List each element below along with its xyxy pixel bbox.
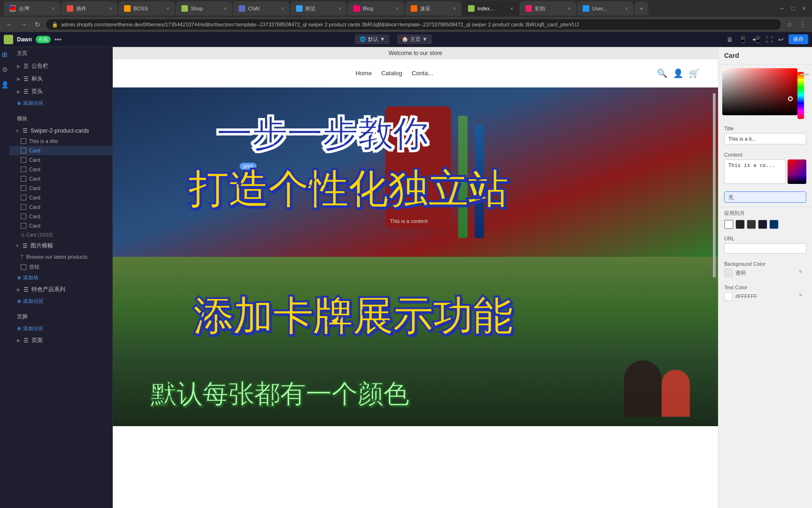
add-footer-btn[interactable]: ⊕ 添加分区 [9, 323, 112, 334]
tablet-icon[interactable]: 📱 [738, 35, 748, 44]
footer-section: 页脚 ⊕ 添加分区 ▶ ☰ 页面 [9, 310, 112, 347]
tab-shop[interactable]: Shop × [176, 1, 232, 16]
block-card-3[interactable]: Card [9, 165, 112, 174]
tab-speed[interactable]: 速采 × [405, 1, 461, 16]
view-default-btn[interactable]: 🌐 默认 ▼ [355, 34, 390, 44]
image-section-header[interactable]: ▼ ☰ 图片横幅 [9, 239, 112, 252]
block-card-6[interactable]: Card [9, 193, 112, 202]
block-card-8[interactable]: Card [9, 212, 112, 221]
reload-button[interactable]: ↻ [32, 19, 43, 30]
save-button[interactable]: 保存 [789, 34, 808, 44]
url-input[interactable] [724, 243, 806, 254]
tab-close[interactable]: × [281, 6, 284, 11]
wu-input[interactable] [724, 191, 806, 203]
settings-button[interactable]: ⋮ [797, 19, 808, 30]
nav-catalog[interactable]: Catalog [381, 70, 402, 77]
block-card-7[interactable]: Card [9, 202, 112, 212]
text-color-picker-btn[interactable]: ✎ [799, 293, 806, 300]
forward-button[interactable]: → [18, 19, 29, 30]
content-textarea[interactable]: This is a co... [724, 159, 786, 184]
nav-home[interactable]: Home [355, 70, 372, 77]
browse-products-item[interactable]: T Browse our latest products [9, 252, 112, 262]
cart-icon[interactable]: 🛒 [689, 68, 699, 79]
tab-user[interactable]: User... × [577, 1, 633, 16]
nav-icon-settings[interactable]: ⚙ [2, 66, 8, 73]
scroll-thumb[interactable] [713, 93, 716, 278]
sidebar-item-header[interactable]: ▶ ☰ 公告栏 [9, 60, 112, 72]
tab-boss[interactable]: BOSS × [118, 1, 175, 16]
default-label: 默认 ▼ [368, 36, 385, 43]
tab-chai[interactable]: ChAI × [233, 1, 289, 16]
pages-item[interactable]: ▶ ☰ 页面 [9, 334, 112, 347]
more-options[interactable]: ••• [55, 36, 62, 43]
color-picker [718, 64, 812, 122]
add-block-btn[interactable]: ⊕ 添加块 [9, 272, 112, 283]
hue-strip[interactable] [797, 72, 804, 119]
swiper-group-header[interactable]: ▼ ☰ Swiper-2-product-cards [9, 125, 112, 136]
tab-favicon [468, 5, 475, 12]
block-card-2[interactable]: Card [9, 155, 112, 165]
tab-extra1[interactable]: 彩拍 × [520, 1, 576, 16]
block-card-1[interactable]: Card [9, 146, 112, 155]
color-circle-handle[interactable] [788, 96, 793, 101]
color-gradient-picker[interactable] [722, 68, 797, 115]
block-title-item[interactable]: This is a title [9, 136, 112, 146]
tab-close[interactable]: × [52, 6, 55, 11]
preset-white[interactable] [724, 220, 734, 229]
search-icon[interactable]: 🔍 [657, 68, 667, 79]
tab-taiwan[interactable]: 🇹🇼 台灣 × [4, 1, 60, 16]
tab-close[interactable]: × [109, 6, 112, 11]
nav-contact[interactable]: Conta... [412, 70, 433, 77]
mobile-icon[interactable]: 📲 [751, 35, 761, 44]
tab-close[interactable]: × [224, 6, 226, 11]
nav-icon-user[interactable]: 👤 [1, 81, 9, 88]
tab-favicon [525, 5, 532, 12]
address-bar[interactable]: 🔒 admin.shopify.com/store/theme-dev0/the… [46, 19, 781, 30]
view-home-btn[interactable]: 🏠 主页 ▼ [397, 34, 432, 44]
tab-close[interactable]: × [568, 6, 570, 11]
text-color-swatch[interactable] [724, 292, 733, 301]
preset-dark1[interactable] [735, 220, 745, 229]
tab-close[interactable]: × [510, 6, 513, 11]
content-color-thumb[interactable] [788, 159, 806, 184]
tab-close[interactable]: × [625, 6, 628, 11]
minimize-btn[interactable]: ─ [777, 4, 787, 13]
left-sidebar: ⊞ ⚙ 👤 主页 ▶ ☰ 公告栏 ▶ ☰ 标头 ▶ ☰ 页头 ⊕ [0, 47, 113, 508]
desktop-icon[interactable]: 🖥 [726, 35, 734, 44]
close-btn[interactable]: × [799, 4, 808, 13]
block-card-4[interactable]: Card [9, 174, 112, 183]
block-card-9[interactable]: Card [9, 221, 112, 230]
preset-dark2[interactable] [747, 220, 756, 229]
bookmark-button[interactable]: ☆ [784, 19, 795, 30]
add-section-btn[interactable]: ⊕ 添加分区 [9, 98, 112, 109]
tab-close[interactable]: × [396, 6, 398, 11]
sidebar-item-banner[interactable]: ▶ ☰ 标头 [9, 72, 112, 85]
color-picker-btn[interactable]: ✎ [799, 269, 806, 277]
product-series-item[interactable]: ▶ ☰ 特色产品系列 [9, 283, 112, 296]
tab-new[interactable]: + [634, 1, 648, 16]
back-button[interactable]: ← [4, 19, 15, 30]
tab-bar: 🇹🇼 台灣 × 插件 × BOSS × Shop × ChAI × 附近 × [0, 0, 812, 17]
tab-index-active[interactable]: index... × [462, 1, 519, 16]
title-input[interactable] [724, 133, 806, 144]
bg-color-swatch[interactable] [724, 269, 733, 277]
tab-close[interactable]: × [166, 6, 169, 11]
tab-close[interactable]: × [338, 6, 341, 11]
tab-plugin[interactable]: 插件 × [61, 1, 117, 16]
tab-blog[interactable]: Blog × [348, 1, 404, 16]
tab-nearby[interactable]: 附近 × [290, 1, 347, 16]
preset-blue[interactable] [769, 220, 779, 229]
button-item[interactable]: 按钮 [9, 262, 112, 272]
add-icon: ⊕ [17, 325, 21, 332]
sidebar-item-page-header[interactable]: ▶ ☰ 页头 [9, 85, 112, 98]
block-card-5[interactable]: Card [9, 183, 112, 193]
tab-close[interactable]: × [453, 6, 456, 11]
strip-handle[interactable] [800, 74, 809, 75]
nav-icon-layers[interactable]: ⊞ [2, 51, 8, 58]
expand-icon[interactable]: ⛶ [765, 35, 773, 44]
preset-dark3[interactable] [758, 220, 767, 229]
undo-icon[interactable]: ↩ [777, 35, 785, 44]
add-section-btn-2[interactable]: ⊕ 添加分区 [9, 296, 112, 307]
account-icon[interactable]: 👤 [673, 68, 683, 79]
maximize-btn[interactable]: □ [789, 4, 797, 13]
